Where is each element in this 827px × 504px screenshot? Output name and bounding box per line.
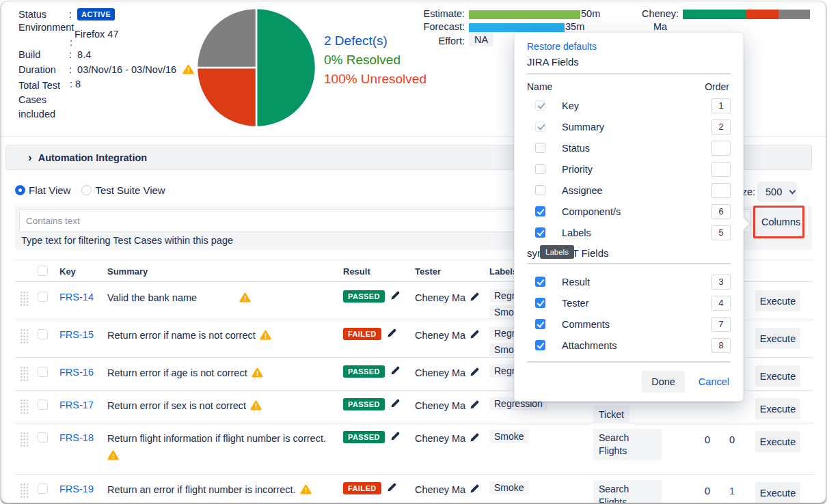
drag-handle[interactable] [20, 328, 29, 344]
tester-cell: Cheney Ma [415, 432, 480, 445]
field-order-input[interactable]: 6 [711, 204, 731, 219]
test-case-key-link[interactable]: FRS-14 [59, 292, 94, 303]
execute-button[interactable]: Execute [755, 290, 800, 311]
synapse-fields-title: synapseRT Fields Labels [527, 247, 731, 259]
drag-handle[interactable] [20, 291, 29, 307]
result-badge: FAILED [343, 328, 381, 340]
field-checkbox[interactable] [535, 143, 545, 153]
bar-label: Forecast: [405, 21, 465, 32]
edit-result-pencil-icon[interactable] [390, 365, 401, 378]
edit-tester-pencil-icon[interactable] [470, 400, 480, 412]
field-order-input[interactable]: 5 [711, 225, 731, 240]
select-all-checkbox[interactable] [38, 266, 48, 276]
labels-cell: Smoke [489, 430, 529, 443]
field-item-key: Key1 [527, 95, 731, 116]
edit-result-pencil-icon[interactable] [387, 482, 397, 494]
execute-button[interactable]: Execute [755, 328, 800, 349]
test-suite-view-radio[interactable] [81, 185, 92, 195]
field-order-input[interactable] [711, 162, 731, 177]
summary-text: Valid the bank name [107, 292, 197, 303]
row-checkbox[interactable] [38, 367, 48, 377]
columns-button[interactable]: Columns [757, 209, 800, 235]
row-checkbox[interactable] [38, 400, 48, 410]
warning-icon [182, 64, 194, 76]
col-header-result[interactable]: Result [343, 266, 370, 277]
field-label: Component/s [562, 206, 711, 217]
edit-result-pencil-icon[interactable] [390, 398, 401, 410]
comments-count: 0 [700, 434, 715, 445]
execute-button[interactable]: Execute [755, 365, 800, 387]
field-item-labels: Labels5 [527, 222, 731, 243]
execute-button[interactable]: Execute [755, 482, 800, 503]
execute-button[interactable]: Execute [755, 431, 800, 452]
summary-cell: Return error if sex is not correct [107, 399, 340, 415]
field-order-input[interactable]: 8 [711, 338, 731, 353]
row-checkbox[interactable] [38, 432, 48, 443]
col-header-tester[interactable]: Tester [415, 266, 441, 277]
edit-tester-pencil-icon[interactable] [470, 432, 480, 445]
field-label: Attachments [562, 340, 711, 351]
duration-field: Duration: 03/Nov/16 - 03/Nov/16 [18, 64, 194, 76]
test-case-key-link[interactable]: FRS-17 [59, 400, 94, 410]
drag-handle[interactable] [20, 366, 29, 382]
col-header-labels[interactable]: Labels [489, 266, 517, 277]
test-case-key-link[interactable]: FRS-19 [59, 484, 94, 494]
drag-handle[interactable] [20, 399, 29, 415]
page-size-select[interactable]: 500 [757, 182, 797, 202]
field-order-input[interactable] [711, 141, 731, 156]
automation-integration-title: Automation Integration [38, 152, 148, 163]
test-case-key-link[interactable]: FRS-18 [59, 432, 94, 443]
drag-handle[interactable] [20, 432, 29, 447]
field-checkbox[interactable] [535, 206, 545, 216]
field-item-assignee: Assignee [527, 180, 731, 201]
field-checkbox[interactable] [535, 319, 545, 329]
row-checkbox[interactable] [38, 484, 48, 494]
test-case-key-link[interactable]: FRS-15 [59, 329, 94, 340]
component-chip: Search Flights [593, 480, 662, 503]
columns-button-highlight: Columns [753, 206, 804, 238]
field-order-input[interactable]: 7 [711, 317, 731, 332]
tester-cell: Cheney Ma [415, 367, 480, 379]
row-checkbox[interactable] [38, 329, 48, 339]
drag-handle[interactable] [20, 483, 29, 499]
field-order-input[interactable]: 2 [711, 120, 731, 135]
field-checkbox[interactable] [535, 185, 545, 195]
attachments-count: 0 [724, 434, 740, 445]
restore-defaults-link[interactable]: Restore defaults [527, 41, 731, 52]
summary-cell: Valid the bank name [107, 291, 340, 307]
edit-tester-pencil-icon[interactable] [470, 329, 480, 341]
field-order-input[interactable]: 4 [711, 296, 731, 311]
labels-cell: Smoke [489, 481, 529, 494]
col-header-key[interactable]: Key [59, 266, 76, 277]
col-header-summary[interactable]: Summary [107, 266, 148, 277]
attachments-count[interactable]: 1 [724, 486, 740, 496]
field-checkbox[interactable] [535, 298, 545, 308]
test-case-key-link[interactable]: FRS-16 [59, 367, 94, 378]
edit-tester-pencil-icon[interactable] [470, 367, 480, 379]
done-button[interactable]: Done [642, 371, 685, 393]
edit-result-pencil-icon[interactable] [390, 290, 401, 303]
edit-result-pencil-icon[interactable] [390, 431, 401, 443]
field-order-input[interactable] [711, 183, 731, 198]
execute-button[interactable]: Execute [755, 398, 800, 419]
row-checkbox[interactable] [38, 292, 48, 302]
edit-result-pencil-icon[interactable] [387, 328, 397, 340]
duration-value: 03/Nov/16 - 03/Nov/16 [77, 64, 176, 75]
field-checkbox[interactable] [535, 277, 545, 287]
edit-tester-pencil-icon[interactable] [470, 292, 480, 304]
edit-tester-pencil-icon[interactable] [470, 484, 480, 496]
field-order-input[interactable]: 3 [711, 275, 731, 290]
summary-text: Return error if name is not correct [107, 330, 256, 341]
field-label: Summary [562, 122, 711, 132]
field-checkbox[interactable] [535, 340, 545, 350]
field-order-input[interactable]: 1 [711, 98, 731, 113]
result-badge: PASSED [343, 431, 385, 443]
field-checkbox[interactable] [535, 227, 545, 238]
field-label: Assignee [562, 185, 711, 196]
cancel-link[interactable]: Cancel [699, 376, 729, 387]
defects-resolved: 0% Resolved [324, 51, 426, 70]
tester-name: Cheney Ma [415, 433, 465, 444]
field-item-tester: Tester4 [527, 292, 731, 313]
flat-view-radio[interactable] [15, 185, 25, 195]
field-checkbox[interactable] [535, 164, 545, 174]
